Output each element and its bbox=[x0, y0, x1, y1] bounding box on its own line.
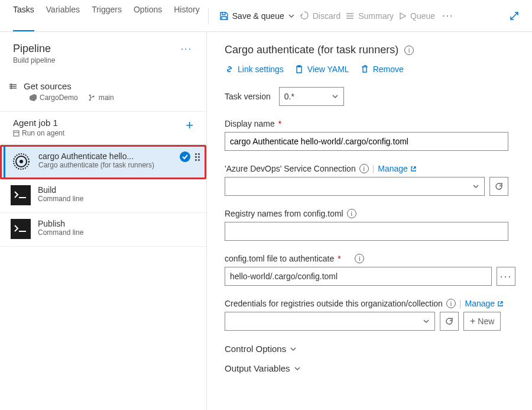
tab-tasks[interactable]: Tasks bbox=[13, 0, 34, 31]
info-icon[interactable]: i bbox=[355, 254, 364, 263]
task-item-cargo-auth[interactable]: cargo Authenticate hello... Cargo authen… bbox=[0, 145, 206, 179]
task-version-label: Task version bbox=[225, 92, 271, 101]
pipeline-subtitle: Build pipeline bbox=[13, 56, 55, 64]
chevron-down-icon bbox=[294, 365, 301, 372]
manage-creds-link[interactable]: Manage bbox=[465, 299, 504, 308]
chevron-down-icon bbox=[288, 12, 295, 20]
info-icon[interactable]: i bbox=[404, 46, 414, 55]
service-conn-dropdown[interactable] bbox=[225, 177, 485, 196]
queue-label: Queue bbox=[410, 11, 435, 21]
undo-icon bbox=[300, 11, 309, 21]
pipeline-overflow[interactable]: ··· bbox=[180, 43, 193, 56]
tab-options[interactable]: Options bbox=[134, 0, 162, 31]
sources-title: Get sources bbox=[24, 81, 72, 91]
branch-icon bbox=[89, 94, 96, 101]
required-marker: * bbox=[278, 119, 281, 128]
external-link-icon bbox=[497, 301, 504, 307]
creds-dropdown[interactable] bbox=[225, 312, 435, 331]
registry-names-label: Registry names from config.toml bbox=[225, 209, 343, 218]
job-subtitle: Run on agent bbox=[13, 129, 64, 137]
summary-button[interactable]: Summary bbox=[343, 8, 396, 24]
agent-job-row[interactable]: Agent job 1 Run on agent + bbox=[0, 111, 206, 145]
tab-triggers[interactable]: Triggers bbox=[92, 0, 122, 31]
config-path-value[interactable]: hello-world/.cargo/config.toml bbox=[225, 267, 492, 286]
task-valid-icon bbox=[180, 151, 190, 162]
tab-history[interactable]: History bbox=[174, 0, 200, 31]
chevron-down-icon bbox=[423, 318, 430, 325]
get-sources-row[interactable]: Get sources CargoDemo main bbox=[0, 76, 206, 108]
branch-tag: main bbox=[89, 93, 114, 102]
job-title: Agent job 1 bbox=[13, 118, 64, 128]
task-item-build[interactable]: Build Command line bbox=[0, 179, 206, 213]
registry-names-input[interactable] bbox=[225, 222, 508, 241]
discard-button[interactable]: Discard bbox=[297, 8, 343, 24]
service-conn-label: 'Azure DevOps' Service Connection bbox=[225, 164, 356, 173]
new-creds-button[interactable]: +New bbox=[463, 312, 501, 331]
add-task-button[interactable]: + bbox=[182, 118, 197, 133]
list-icon bbox=[345, 11, 355, 21]
clipboard-icon bbox=[294, 64, 304, 74]
task-title: cargo Authenticate hello... bbox=[38, 151, 173, 161]
pipeline-title: Pipeline bbox=[13, 43, 55, 55]
link-settings-button[interactable]: Link settings bbox=[225, 64, 284, 74]
trash-icon bbox=[360, 64, 369, 74]
play-icon bbox=[398, 12, 407, 20]
remove-button[interactable]: Remove bbox=[360, 64, 404, 74]
task-subtitle: Command line bbox=[38, 195, 200, 203]
tabs: Tasks Variables Triggers Options History bbox=[0, 0, 200, 31]
rust-gear-icon bbox=[11, 151, 31, 172]
display-name-label: Display name bbox=[225, 119, 275, 128]
discard-label: Discard bbox=[313, 11, 340, 21]
task-item-publish[interactable]: Publish Command line bbox=[0, 213, 206, 247]
chevron-down-icon bbox=[290, 346, 297, 353]
task-version-value: 0.* bbox=[284, 92, 294, 101]
repo-tag: CargoDemo bbox=[30, 93, 78, 102]
refresh-service-conn-button[interactable] bbox=[489, 177, 508, 196]
save-and-queue-button[interactable]: Save & queue bbox=[217, 8, 297, 24]
drag-handle-icon[interactable] bbox=[195, 153, 200, 161]
required-marker: * bbox=[338, 254, 340, 263]
chevron-down-icon bbox=[332, 93, 339, 100]
agent-icon bbox=[13, 130, 20, 137]
refresh-creds-button[interactable] bbox=[440, 312, 459, 331]
chevron-down-icon bbox=[472, 183, 479, 190]
cli-icon bbox=[11, 219, 31, 239]
svg-point-3 bbox=[20, 160, 23, 163]
task-title: Publish bbox=[38, 219, 200, 228]
link-icon bbox=[225, 64, 234, 74]
info-icon[interactable]: i bbox=[359, 164, 369, 173]
svg-rect-0 bbox=[14, 131, 19, 136]
save-and-queue-label: Save & queue bbox=[232, 11, 284, 21]
queue-button[interactable]: Queue bbox=[396, 8, 437, 24]
info-icon[interactable]: i bbox=[446, 299, 456, 308]
task-subtitle: Cargo authenticate (for task runners) bbox=[38, 161, 173, 169]
manage-service-conn-link[interactable]: Manage bbox=[378, 164, 417, 173]
sources-icon bbox=[8, 82, 18, 91]
toolbar-overflow[interactable]: ··· bbox=[437, 8, 458, 24]
task-subtitle: Command line bbox=[38, 228, 200, 237]
info-icon[interactable]: i bbox=[347, 209, 356, 218]
creds-label: Credentials for registries outside this … bbox=[225, 299, 443, 308]
refresh-icon bbox=[445, 317, 454, 326]
fullscreen-icon bbox=[510, 11, 519, 21]
config-path-label: config.toml file to authenticate bbox=[225, 254, 334, 263]
azure-devops-icon bbox=[30, 94, 37, 101]
display-name-input[interactable] bbox=[225, 132, 508, 151]
output-variables-section[interactable]: Output Variables bbox=[225, 363, 525, 373]
svg-rect-4 bbox=[11, 185, 31, 205]
detail-title: Cargo authenticate (for task runners) bbox=[225, 44, 398, 56]
task-title: Build bbox=[38, 185, 200, 195]
task-version-select[interactable]: 0.* bbox=[279, 87, 344, 106]
expand-button[interactable] bbox=[506, 8, 523, 24]
summary-label: Summary bbox=[358, 11, 394, 21]
view-yaml-button[interactable]: View YAML bbox=[294, 64, 349, 74]
save-icon bbox=[219, 11, 229, 21]
refresh-icon bbox=[494, 182, 504, 191]
external-link-icon bbox=[410, 166, 417, 172]
cli-icon bbox=[11, 185, 31, 205]
svg-rect-5 bbox=[11, 219, 31, 239]
control-options-section[interactable]: Control Options bbox=[225, 344, 525, 354]
tab-variables[interactable]: Variables bbox=[46, 0, 80, 31]
browse-path-button[interactable]: ··· bbox=[497, 267, 515, 286]
